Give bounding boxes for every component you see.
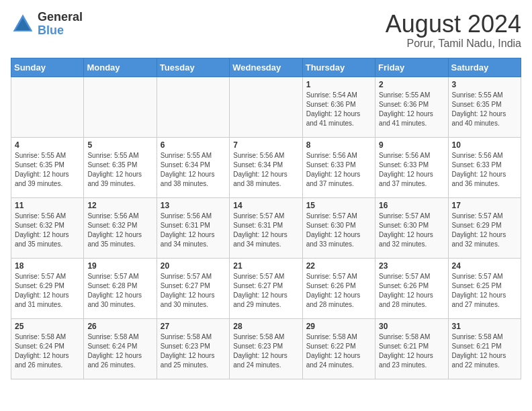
day-number: 3 xyxy=(452,80,517,89)
day-header-sunday: Sunday xyxy=(11,58,84,77)
day-info: Sunrise: 5:58 AM Sunset: 6:24 PM Dayligh… xyxy=(15,333,69,369)
day-info: Sunrise: 5:57 AM Sunset: 6:27 PM Dayligh… xyxy=(233,273,287,308)
day-number: 21 xyxy=(233,261,298,271)
calendar-cell xyxy=(84,77,157,137)
day-number: 23 xyxy=(379,261,444,271)
calendar-cell: 20Sunrise: 5:57 AM Sunset: 6:27 PM Dayli… xyxy=(157,258,229,318)
day-number: 25 xyxy=(15,322,80,331)
day-number: 31 xyxy=(452,322,517,331)
calendar-cell: 21Sunrise: 5:57 AM Sunset: 6:27 PM Dayli… xyxy=(230,258,302,318)
day-number: 26 xyxy=(87,322,152,331)
day-number: 14 xyxy=(233,201,298,210)
day-info: Sunrise: 5:58 AM Sunset: 6:21 PM Dayligh… xyxy=(452,333,506,369)
day-info: Sunrise: 5:57 AM Sunset: 6:29 PM Dayligh… xyxy=(452,212,506,248)
logo-blue-text: Blue xyxy=(38,24,83,38)
calendar-cell: 11Sunrise: 5:56 AM Sunset: 6:32 PM Dayli… xyxy=(11,197,84,258)
day-info: Sunrise: 5:56 AM Sunset: 6:32 PM Dayligh… xyxy=(15,212,69,248)
day-info: Sunrise: 5:58 AM Sunset: 6:23 PM Dayligh… xyxy=(161,333,215,369)
day-number: 22 xyxy=(306,261,371,271)
calendar-cell: 6Sunrise: 5:55 AM Sunset: 6:34 PM Daylig… xyxy=(157,137,229,197)
calendar-week-row: 18Sunrise: 5:57 AM Sunset: 6:29 PM Dayli… xyxy=(11,258,521,318)
calendar-table: SundayMondayTuesdayWednesdayThursdayFrid… xyxy=(11,58,521,379)
day-number: 20 xyxy=(161,261,226,271)
day-number: 30 xyxy=(379,322,444,331)
calendar-cell: 10Sunrise: 5:56 AM Sunset: 6:33 PM Dayli… xyxy=(448,137,521,197)
day-header-wednesday: Wednesday xyxy=(230,58,302,77)
day-number: 17 xyxy=(452,201,517,210)
day-number: 29 xyxy=(306,322,371,331)
day-number: 10 xyxy=(452,140,517,150)
calendar-week-row: 1Sunrise: 5:54 AM Sunset: 6:36 PM Daylig… xyxy=(11,77,521,137)
day-info: Sunrise: 5:54 AM Sunset: 6:36 PM Dayligh… xyxy=(306,91,361,127)
calendar-cell: 19Sunrise: 5:57 AM Sunset: 6:28 PM Dayli… xyxy=(84,258,157,318)
calendar-cell: 28Sunrise: 5:58 AM Sunset: 6:23 PM Dayli… xyxy=(230,318,302,379)
calendar-cell: 17Sunrise: 5:57 AM Sunset: 6:29 PM Dayli… xyxy=(448,197,521,258)
day-number: 27 xyxy=(161,322,226,331)
calendar-cell: 30Sunrise: 5:58 AM Sunset: 6:21 PM Dayli… xyxy=(375,318,448,379)
day-info: Sunrise: 5:57 AM Sunset: 6:31 PM Dayligh… xyxy=(233,212,287,248)
calendar-cell xyxy=(230,77,302,137)
day-number: 19 xyxy=(87,261,152,271)
day-number: 15 xyxy=(306,201,371,210)
day-info: Sunrise: 5:57 AM Sunset: 6:30 PM Dayligh… xyxy=(306,212,361,248)
day-info: Sunrise: 5:55 AM Sunset: 6:36 PM Dayligh… xyxy=(379,91,433,127)
subtitle: Porur, Tamil Nadu, India xyxy=(386,38,521,50)
day-info: Sunrise: 5:56 AM Sunset: 6:33 PM Dayligh… xyxy=(306,152,361,187)
day-info: Sunrise: 5:57 AM Sunset: 6:29 PM Dayligh… xyxy=(15,273,69,308)
day-info: Sunrise: 5:56 AM Sunset: 6:33 PM Dayligh… xyxy=(452,152,506,187)
day-info: Sunrise: 5:56 AM Sunset: 6:34 PM Dayligh… xyxy=(233,152,287,187)
day-number: 28 xyxy=(233,322,298,331)
day-info: Sunrise: 5:56 AM Sunset: 6:32 PM Dayligh… xyxy=(87,212,142,248)
calendar-cell: 23Sunrise: 5:57 AM Sunset: 6:26 PM Dayli… xyxy=(375,258,448,318)
calendar-week-row: 25Sunrise: 5:58 AM Sunset: 6:24 PM Dayli… xyxy=(11,318,521,379)
calendar-cell: 29Sunrise: 5:58 AM Sunset: 6:22 PM Dayli… xyxy=(302,318,375,379)
calendar-header-row: SundayMondayTuesdayWednesdayThursdayFrid… xyxy=(11,58,521,77)
calendar-cell: 7Sunrise: 5:56 AM Sunset: 6:34 PM Daylig… xyxy=(230,137,302,197)
calendar-cell: 5Sunrise: 5:55 AM Sunset: 6:35 PM Daylig… xyxy=(84,137,157,197)
day-info: Sunrise: 5:57 AM Sunset: 6:26 PM Dayligh… xyxy=(306,273,361,308)
day-number: 9 xyxy=(379,140,444,150)
calendar-cell: 25Sunrise: 5:58 AM Sunset: 6:24 PM Dayli… xyxy=(11,318,84,379)
day-number: 1 xyxy=(306,80,371,89)
day-number: 7 xyxy=(233,140,298,150)
calendar-cell xyxy=(157,77,229,137)
day-number: 2 xyxy=(379,80,444,89)
calendar-cell: 15Sunrise: 5:57 AM Sunset: 6:30 PM Dayli… xyxy=(302,197,375,258)
day-info: Sunrise: 5:57 AM Sunset: 6:26 PM Dayligh… xyxy=(379,273,433,308)
day-info: Sunrise: 5:58 AM Sunset: 6:24 PM Dayligh… xyxy=(87,333,142,369)
page-header: General Blue August 2024 Porur, Tamil Na… xyxy=(11,11,521,50)
day-number: 8 xyxy=(306,140,371,150)
day-number: 18 xyxy=(15,261,80,271)
calendar-cell: 18Sunrise: 5:57 AM Sunset: 6:29 PM Dayli… xyxy=(11,258,84,318)
calendar-cell: 2Sunrise: 5:55 AM Sunset: 6:36 PM Daylig… xyxy=(375,77,448,137)
day-info: Sunrise: 5:57 AM Sunset: 6:28 PM Dayligh… xyxy=(87,273,142,308)
calendar-cell: 1Sunrise: 5:54 AM Sunset: 6:36 PM Daylig… xyxy=(302,77,375,137)
day-info: Sunrise: 5:58 AM Sunset: 6:22 PM Dayligh… xyxy=(306,333,361,369)
day-header-saturday: Saturday xyxy=(448,58,521,77)
calendar-cell: 14Sunrise: 5:57 AM Sunset: 6:31 PM Dayli… xyxy=(230,197,302,258)
calendar-cell: 8Sunrise: 5:56 AM Sunset: 6:33 PM Daylig… xyxy=(302,137,375,197)
logo-general-text: General xyxy=(38,11,83,24)
calendar-week-row: 11Sunrise: 5:56 AM Sunset: 6:32 PM Dayli… xyxy=(11,197,521,258)
day-number: 6 xyxy=(161,140,226,150)
day-info: Sunrise: 5:58 AM Sunset: 6:21 PM Dayligh… xyxy=(379,333,433,369)
day-number: 11 xyxy=(15,201,80,210)
title-block: August 2024 Porur, Tamil Nadu, India xyxy=(386,11,521,50)
day-header-friday: Friday xyxy=(375,58,448,77)
logo[interactable]: General Blue xyxy=(11,11,83,38)
calendar-cell: 3Sunrise: 5:55 AM Sunset: 6:35 PM Daylig… xyxy=(448,77,521,137)
day-number: 5 xyxy=(87,140,152,150)
day-info: Sunrise: 5:57 AM Sunset: 6:25 PM Dayligh… xyxy=(452,273,506,308)
calendar-cell: 4Sunrise: 5:55 AM Sunset: 6:35 PM Daylig… xyxy=(11,137,84,197)
main-title: August 2024 xyxy=(386,11,521,38)
day-number: 12 xyxy=(87,201,152,210)
day-number: 16 xyxy=(379,201,444,210)
calendar-cell: 12Sunrise: 5:56 AM Sunset: 6:32 PM Dayli… xyxy=(84,197,157,258)
day-info: Sunrise: 5:55 AM Sunset: 6:34 PM Dayligh… xyxy=(161,152,215,187)
calendar-week-row: 4Sunrise: 5:55 AM Sunset: 6:35 PM Daylig… xyxy=(11,137,521,197)
day-number: 13 xyxy=(161,201,226,210)
day-number: 24 xyxy=(452,261,517,271)
day-info: Sunrise: 5:58 AM Sunset: 6:23 PM Dayligh… xyxy=(233,333,287,369)
day-info: Sunrise: 5:57 AM Sunset: 6:30 PM Dayligh… xyxy=(379,212,433,248)
calendar-cell: 27Sunrise: 5:58 AM Sunset: 6:23 PM Dayli… xyxy=(157,318,229,379)
